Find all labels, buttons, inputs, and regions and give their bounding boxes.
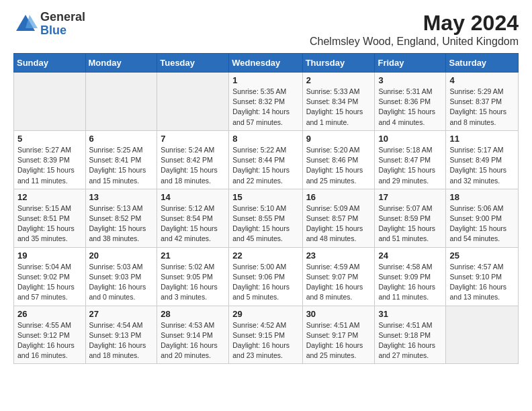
- day-number: 5: [17, 134, 82, 144]
- calendar-cell: [14, 73, 86, 131]
- day-number: 12: [17, 192, 82, 202]
- day-number: 1: [232, 75, 298, 85]
- calendar-cell: 23Sunrise: 4:59 AMSunset: 9:07 PMDayligh…: [302, 247, 375, 306]
- calendar-cell: 30Sunrise: 4:51 AMSunset: 9:17 PMDayligh…: [302, 306, 375, 364]
- calendar-cell: 3Sunrise: 5:31 AMSunset: 8:36 PMDaylight…: [375, 73, 446, 131]
- calendar-cell: 1Sunrise: 5:35 AMSunset: 8:32 PMDaylight…: [229, 73, 302, 131]
- day-number: 23: [306, 250, 371, 261]
- calendar-cell: 28Sunrise: 4:53 AMSunset: 9:14 PMDayligh…: [157, 306, 229, 364]
- day-info: Sunrise: 5:31 AMSunset: 8:36 PMDaylight:…: [378, 87, 442, 128]
- header-day-friday: Friday: [375, 54, 446, 73]
- day-info: Sunrise: 5:06 AMSunset: 9:00 PMDaylight:…: [449, 203, 515, 244]
- calendar-cell: 27Sunrise: 4:54 AMSunset: 9:13 PMDayligh…: [85, 306, 157, 364]
- day-number: 29: [232, 309, 298, 319]
- day-info: Sunrise: 5:22 AMSunset: 8:44 PMDaylight:…: [232, 145, 298, 186]
- day-number: 16: [306, 192, 371, 202]
- day-info: Sunrise: 5:15 AMSunset: 8:51 PMDaylight:…: [17, 203, 82, 244]
- day-info: Sunrise: 5:17 AMSunset: 8:49 PMDaylight:…: [449, 145, 515, 186]
- day-number: 10: [378, 134, 442, 144]
- week-row-3: 12Sunrise: 5:15 AMSunset: 8:51 PMDayligh…: [14, 189, 519, 247]
- calendar-cell: 4Sunrise: 5:29 AMSunset: 8:37 PMDaylight…: [446, 73, 519, 131]
- calendar-cell: 29Sunrise: 4:52 AMSunset: 9:15 PMDayligh…: [229, 306, 302, 364]
- day-number: 2: [306, 75, 371, 85]
- day-info: Sunrise: 5:27 AMSunset: 8:39 PMDaylight:…: [17, 145, 82, 186]
- day-info: Sunrise: 5:02 AMSunset: 9:05 PMDaylight:…: [161, 262, 225, 303]
- day-number: 30: [306, 309, 371, 319]
- calendar-body: 1Sunrise: 5:35 AMSunset: 8:32 PMDaylight…: [14, 73, 519, 364]
- day-info: Sunrise: 5:00 AMSunset: 9:06 PMDaylight:…: [232, 262, 298, 303]
- header-day-monday: Monday: [85, 54, 157, 73]
- calendar-cell: 26Sunrise: 4:55 AMSunset: 9:12 PMDayligh…: [14, 306, 86, 364]
- calendar-cell: [157, 73, 229, 131]
- day-info: Sunrise: 4:55 AMSunset: 9:12 PMDaylight:…: [17, 320, 82, 361]
- day-number: 25: [449, 250, 515, 261]
- calendar-cell: 19Sunrise: 5:04 AMSunset: 9:02 PMDayligh…: [14, 247, 86, 306]
- calendar-cell: 25Sunrise: 4:57 AMSunset: 9:10 PMDayligh…: [446, 247, 519, 306]
- day-info: Sunrise: 5:25 AMSunset: 8:41 PMDaylight:…: [89, 145, 154, 186]
- logo-text: General Blue: [40, 11, 85, 38]
- calendar-cell: 18Sunrise: 5:06 AMSunset: 9:00 PMDayligh…: [446, 189, 519, 247]
- day-info: Sunrise: 4:59 AMSunset: 9:07 PMDaylight:…: [306, 262, 371, 303]
- calendar-cell: [446, 306, 519, 364]
- day-info: Sunrise: 4:52 AMSunset: 9:15 PMDaylight:…: [232, 320, 298, 361]
- day-info: Sunrise: 5:12 AMSunset: 8:54 PMDaylight:…: [161, 203, 225, 244]
- header-day-wednesday: Wednesday: [229, 54, 302, 73]
- day-number: 26: [17, 309, 82, 319]
- day-info: Sunrise: 4:51 AMSunset: 9:18 PMDaylight:…: [378, 320, 442, 361]
- day-info: Sunrise: 4:54 AMSunset: 9:13 PMDaylight:…: [89, 320, 154, 361]
- week-row-4: 19Sunrise: 5:04 AMSunset: 9:02 PMDayligh…: [14, 247, 519, 306]
- logo-blue: Blue: [40, 24, 85, 38]
- logo: General Blue: [13, 11, 85, 38]
- header-day-sunday: Sunday: [14, 54, 86, 73]
- day-number: 4: [449, 75, 515, 85]
- calendar-cell: 10Sunrise: 5:18 AMSunset: 8:47 PMDayligh…: [375, 130, 446, 189]
- day-info: Sunrise: 5:24 AMSunset: 8:42 PMDaylight:…: [161, 145, 225, 186]
- day-number: 13: [89, 192, 154, 202]
- day-info: Sunrise: 5:10 AMSunset: 8:55 PMDaylight:…: [232, 203, 298, 244]
- day-number: 14: [161, 192, 225, 202]
- day-number: 7: [161, 134, 225, 144]
- main-title: May 2024: [310, 11, 519, 36]
- calendar-cell: 14Sunrise: 5:12 AMSunset: 8:54 PMDayligh…: [157, 189, 229, 247]
- day-info: Sunrise: 5:18 AMSunset: 8:47 PMDaylight:…: [378, 145, 442, 186]
- calendar-cell: 20Sunrise: 5:03 AMSunset: 9:03 PMDayligh…: [85, 247, 157, 306]
- header-day-tuesday: Tuesday: [157, 54, 229, 73]
- calendar-cell: 17Sunrise: 5:07 AMSunset: 8:59 PMDayligh…: [375, 189, 446, 247]
- day-info: Sunrise: 5:03 AMSunset: 9:03 PMDaylight:…: [89, 262, 154, 303]
- day-number: 18: [449, 192, 515, 202]
- day-info: Sunrise: 5:07 AMSunset: 8:59 PMDaylight:…: [378, 203, 442, 244]
- calendar-table: SundayMondayTuesdayWednesdayThursdayFrid…: [13, 53, 519, 364]
- day-number: 22: [232, 250, 298, 261]
- day-number: 15: [232, 192, 298, 202]
- day-number: 11: [449, 134, 515, 144]
- day-info: Sunrise: 5:13 AMSunset: 8:52 PMDaylight:…: [89, 203, 154, 244]
- calendar-cell: 22Sunrise: 5:00 AMSunset: 9:06 PMDayligh…: [229, 247, 302, 306]
- day-info: Sunrise: 4:57 AMSunset: 9:10 PMDaylight:…: [449, 262, 515, 303]
- day-number: 28: [161, 309, 225, 319]
- calendar-cell: 6Sunrise: 5:25 AMSunset: 8:41 PMDaylight…: [85, 130, 157, 189]
- day-number: 3: [378, 75, 442, 85]
- calendar-cell: [85, 73, 157, 131]
- day-number: 27: [89, 309, 154, 319]
- day-number: 8: [232, 134, 298, 144]
- header-row: SundayMondayTuesdayWednesdayThursdayFrid…: [14, 54, 519, 73]
- day-number: 9: [306, 134, 371, 144]
- calendar-cell: 2Sunrise: 5:33 AMSunset: 8:34 PMDaylight…: [302, 73, 375, 131]
- calendar-cell: 5Sunrise: 5:27 AMSunset: 8:39 PMDaylight…: [14, 130, 86, 189]
- calendar-cell: 9Sunrise: 5:20 AMSunset: 8:46 PMDaylight…: [302, 130, 375, 189]
- calendar-cell: 24Sunrise: 4:58 AMSunset: 9:09 PMDayligh…: [375, 247, 446, 306]
- calendar-cell: 8Sunrise: 5:22 AMSunset: 8:44 PMDaylight…: [229, 130, 302, 189]
- day-info: Sunrise: 4:53 AMSunset: 9:14 PMDaylight:…: [161, 320, 225, 361]
- week-row-2: 5Sunrise: 5:27 AMSunset: 8:39 PMDaylight…: [14, 130, 519, 189]
- calendar-cell: 12Sunrise: 5:15 AMSunset: 8:51 PMDayligh…: [14, 189, 86, 247]
- calendar-cell: 21Sunrise: 5:02 AMSunset: 9:05 PMDayligh…: [157, 247, 229, 306]
- day-info: Sunrise: 5:20 AMSunset: 8:46 PMDaylight:…: [306, 145, 371, 186]
- calendar-cell: 11Sunrise: 5:17 AMSunset: 8:49 PMDayligh…: [446, 130, 519, 189]
- calendar-cell: 7Sunrise: 5:24 AMSunset: 8:42 PMDaylight…: [157, 130, 229, 189]
- day-info: Sunrise: 5:09 AMSunset: 8:57 PMDaylight:…: [306, 203, 371, 244]
- title-block: May 2024 Chelmsley Wood, England, United…: [310, 11, 519, 48]
- header-day-thursday: Thursday: [302, 54, 375, 73]
- header: General Blue May 2024 Chelmsley Wood, En…: [13, 11, 519, 48]
- day-info: Sunrise: 4:58 AMSunset: 9:09 PMDaylight:…: [378, 262, 442, 303]
- day-info: Sunrise: 5:33 AMSunset: 8:34 PMDaylight:…: [306, 87, 371, 128]
